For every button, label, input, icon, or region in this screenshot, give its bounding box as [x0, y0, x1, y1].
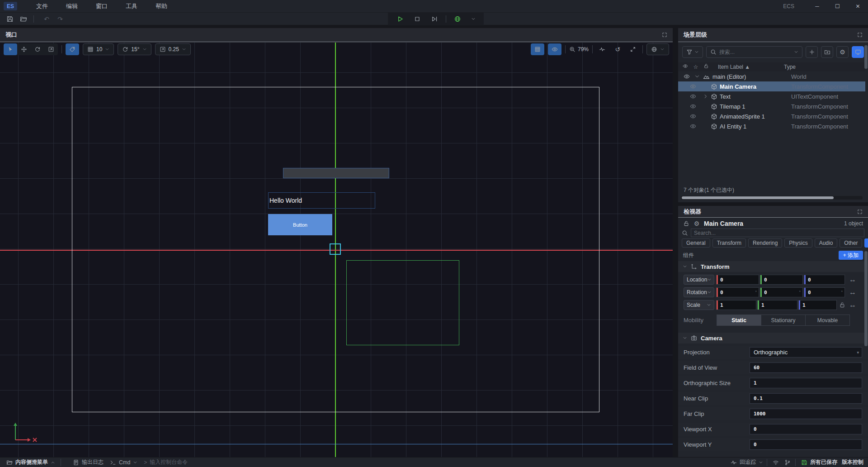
favorite-column-icon[interactable]: ☆ [692, 63, 699, 71]
scene-button-object[interactable]: Button [268, 214, 332, 235]
scale-y-field[interactable] [757, 300, 797, 310]
close-button[interactable]: ✕ [848, 0, 868, 12]
tab-all[interactable]: All [864, 238, 868, 248]
branch-icon[interactable] [784, 459, 791, 466]
scale-x-field[interactable] [716, 300, 756, 310]
grid-snap-dropdown[interactable]: 10 [83, 43, 114, 55]
visibility-toggle[interactable] [548, 43, 561, 55]
transform-section-header[interactable]: Transform [678, 261, 868, 272]
rotation-dropdown[interactable]: Rotation [684, 287, 714, 297]
rotation-z-field[interactable]: ° [804, 287, 845, 297]
tree-row-tilemap[interactable]: Tilemap 1 TransformComponent [678, 101, 865, 111]
tree-row-ai-entity[interactable]: AI Entity 1 TransformComponent [678, 121, 865, 131]
eye-icon[interactable] [690, 113, 696, 119]
tab-audio[interactable]: Audio [815, 238, 838, 248]
visibility-column-icon[interactable] [683, 63, 688, 69]
eye-icon[interactable] [690, 123, 696, 129]
chevron-right-icon[interactable] [703, 94, 708, 99]
scale-dropdown[interactable]: Scale [684, 300, 714, 310]
menu-help[interactable]: 帮助 [146, 0, 176, 12]
save-icon[interactable] [6, 15, 14, 23]
viewport-expand-icon[interactable] [662, 32, 667, 38]
location-z-field[interactable] [804, 275, 845, 285]
location-link-icon[interactable]: ↔ [849, 276, 856, 284]
far-clip-field[interactable] [750, 409, 862, 419]
tree-row-world[interactable]: main (Editor) World [678, 71, 865, 81]
output-log-button[interactable]: 输出日志 [73, 458, 104, 466]
hierarchy-expand-icon[interactable] [857, 32, 863, 38]
rotation-x-field[interactable]: ° [716, 287, 759, 297]
stats-toggle[interactable] [596, 43, 608, 55]
near-clip-field[interactable] [750, 393, 862, 404]
content-drawer-button[interactable]: 内容侧滑菜单 [6, 458, 55, 466]
add-entity-button[interactable] [806, 46, 818, 58]
maximize-button[interactable]: ☐ [827, 0, 848, 12]
menu-edit[interactable]: 编辑 [57, 0, 87, 12]
add-folder-button[interactable] [821, 46, 833, 58]
tree-row-text[interactable]: Text UITextComponent [678, 91, 865, 101]
tree-row-animatedsprite[interactable]: AnimatedSprite 1 TransformComponent [678, 111, 865, 121]
scale-tool[interactable] [44, 43, 58, 55]
location-dropdown[interactable]: Location [684, 275, 714, 285]
menu-window[interactable]: 窗口 [87, 0, 117, 12]
menu-file[interactable]: 文件 [27, 0, 57, 12]
open-folder-icon[interactable] [20, 15, 27, 23]
projection-select[interactable]: Orthographic ▾ [750, 347, 862, 357]
network-icon[interactable] [773, 459, 779, 466]
console-input[interactable]: > 输入控制台命令 [144, 458, 188, 466]
mobility-static[interactable]: Static [717, 315, 761, 325]
hierarchy-settings-button[interactable]: ⚙ [836, 46, 849, 58]
reset-view-button[interactable]: ↺ [612, 43, 623, 55]
origin-selection-box[interactable] [330, 243, 341, 255]
rotate-tool[interactable] [31, 43, 44, 55]
run-target-globe-icon[interactable] [454, 15, 461, 23]
run-target-chevron-icon[interactable] [471, 17, 476, 21]
viewport-y-field[interactable] [750, 439, 862, 450]
camera-section-header[interactable]: Camera [678, 333, 868, 343]
hierarchy-hscrollbar[interactable] [681, 196, 863, 200]
chevron-down-icon[interactable] [694, 74, 700, 79]
hierarchy-vscrollbar[interactable] [864, 45, 868, 195]
minimize-button[interactable]: ─ [807, 0, 827, 12]
tab-transform[interactable]: Transform [712, 238, 746, 248]
hierarchy-search[interactable] [706, 46, 802, 58]
inspector-expand-icon[interactable] [857, 209, 863, 214]
tree-row-main-camera[interactable]: Main Camera TransformComponent [678, 81, 865, 91]
add-component-button[interactable]: + 添加 [839, 251, 863, 260]
location-y-field[interactable] [760, 275, 803, 285]
menu-tools[interactable]: 工具 [117, 0, 146, 12]
snap-toggle[interactable] [66, 43, 79, 55]
scale-z-field[interactable] [798, 300, 837, 310]
select-tool[interactable] [4, 43, 17, 55]
inspector-vscrollbar[interactable] [864, 251, 868, 450]
eye-icon[interactable] [690, 103, 696, 110]
cmd-dropdown[interactable]: Cmd [110, 459, 137, 466]
redo-icon[interactable]: ↷ [57, 15, 64, 23]
object-settings-icon[interactable]: ⚙ [693, 220, 700, 227]
column-type[interactable]: Type [784, 64, 796, 70]
rotation-link-icon[interactable]: ↔ [849, 288, 856, 296]
version-control-button[interactable]: 版本控制 [842, 458, 863, 466]
filter-button[interactable] [682, 46, 703, 58]
lock-column-icon[interactable] [703, 63, 709, 69]
mobility-movable[interactable]: Movable [806, 315, 849, 325]
stop-button[interactable] [414, 15, 421, 23]
fit-view-button[interactable] [627, 43, 639, 55]
scene-text-object[interactable]: Hello World [268, 192, 375, 209]
tab-physics[interactable]: Physics [784, 238, 812, 248]
field-of-view-field[interactable] [750, 362, 862, 373]
hierarchy-search-input[interactable] [719, 49, 791, 55]
tab-general[interactable]: General [682, 238, 710, 248]
tab-rendering[interactable]: Rendering [748, 238, 782, 248]
view-mode-button[interactable] [852, 46, 864, 58]
viewport-x-field[interactable] [750, 424, 862, 434]
app-logo[interactable]: ES [4, 2, 17, 10]
tab-other[interactable]: Other [840, 238, 862, 248]
grid-visibility-toggle[interactable] [531, 43, 544, 55]
inspector-search-input[interactable] [694, 230, 861, 236]
eye-icon[interactable] [684, 73, 690, 80]
eye-icon[interactable] [690, 83, 696, 90]
undo-icon[interactable]: ↶ [43, 15, 50, 23]
zoom-level[interactable]: 79% [569, 46, 589, 52]
lock-icon[interactable] [683, 220, 689, 227]
